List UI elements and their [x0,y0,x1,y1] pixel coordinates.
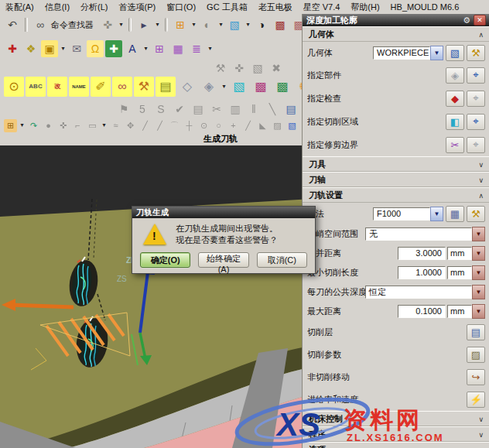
abc-check-icon[interactable]: ABC [26,77,46,97]
dropdown-arrow-icon[interactable]: ▾ [244,16,251,33]
selection-cube-icon[interactable]: ✜ [99,16,116,33]
slash-icon[interactable]: ╱ [241,119,255,132]
always-ok-button[interactable]: 始终确定(A) [198,252,248,268]
chevron-down-icon[interactable]: ∨ [478,416,484,423]
redo-green-icon[interactable]: ↷ [27,119,40,132]
edit-geometry-button[interactable]: ⚒ [467,45,485,61]
arc-icon[interactable]: ⌒ [168,119,181,132]
dropdown-arrow-icon[interactable]: ▾ [221,77,227,97]
view-cube-red-icon[interactable]: ▩ [272,16,289,33]
datum-plane-icon[interactable]: ▸ [135,16,152,33]
new-method-button[interactable]: ▦ [446,206,464,222]
sketch-blob-icon[interactable]: ◐ [199,16,216,33]
select-trim-flashlight-icon[interactable]: ⌖ [467,137,485,153]
dropdown-arrow-icon[interactable]: ▾ [190,16,197,33]
menu-help[interactable]: 帮助(H) [345,2,385,13]
cut-levels-icon[interactable]: ▤ [467,324,485,340]
line-point-icon[interactable]: ╱ [153,119,166,132]
line-icon[interactable]: ╱ [138,119,152,132]
check-five-icon[interactable]: ✔ [171,101,188,118]
purple-lines-icon[interactable]: ≣ [188,40,205,57]
power-icon[interactable]: ⊙ [4,77,24,97]
edit-method-button[interactable]: ⚒ [467,206,485,222]
cancel-button[interactable]: 取消(C) [257,252,307,268]
chevron-down-icon[interactable]: ▼ [472,246,485,261]
five-doc-icon[interactable]: ▤ [190,101,207,118]
section-program[interactable]: 程序 ∨ [303,426,489,442]
gray-tool-2-icon[interactable]: ✜ [231,60,248,77]
close-icon[interactable]: ✕ [474,15,486,26]
shield-icon[interactable]: ✚ [105,40,122,57]
name-tag-icon[interactable]: NAME [69,77,89,97]
method-select[interactable]: F1000 [373,207,430,221]
dropdown-arrow-icon[interactable]: ▾ [118,16,125,33]
chevron-down-icon[interactable]: ▼ [472,227,485,241]
part-geometry-icon[interactable]: ◈ [446,67,464,84]
menu-assembly[interactable]: 装配(A) [0,2,39,13]
menu-xingkong[interactable]: 星空 V7.4 [298,2,346,13]
move-tool-icon[interactable]: ✜ [56,119,70,132]
menu-preferences[interactable]: 首选项(P) [114,2,162,13]
white-diamond-icon[interactable]: ◇ [177,77,197,97]
check-geometry-icon[interactable]: ◆ [446,91,464,107]
chevron-down-icon[interactable]: ▼ [472,265,485,280]
section-machine-control[interactable]: 机床控制 ∨ [303,411,489,426]
menu-information[interactable]: 信息(I) [39,2,75,13]
command-finder-label[interactable]: 命令查找器 [51,19,94,31]
hook-icon[interactable]: ⌐ [71,119,84,132]
section-geometry[interactable]: 几何体 ∧ [303,26,489,42]
rect-dash-icon[interactable]: ▭ [86,119,99,132]
pin-icon[interactable]: ‖ [245,101,262,118]
chevron-down-icon[interactable]: ▼ [472,285,485,299]
dropdown-arrow-icon[interactable]: ▾ [217,16,224,33]
section-path-settings[interactable]: 刀轨设置 ∧ [303,187,489,203]
dropdown-arrow-icon[interactable]: ▾ [19,119,26,132]
shaded-cube-icon[interactable]: ▧ [226,16,243,33]
snap-wave-icon[interactable]: ≈ [109,119,122,132]
five-curve-icon[interactable]: S [152,101,169,118]
non-cutting-moves-icon[interactable]: ↪ [467,369,485,385]
brush-icon[interactable]: ✐ [91,77,111,97]
common-depth-select[interactable]: 恒定 [365,286,472,299]
chevron-up-icon[interactable]: ∧ [478,31,484,39]
treasure-chest-icon[interactable]: ▣ [41,40,58,57]
puzzle-icon[interactable]: ❖ [22,40,39,57]
chevron-down-icon[interactable]: ∨ [478,161,484,169]
gray-tool-1-icon[interactable]: ⚒ [212,60,229,77]
chevron-down-icon[interactable]: ▼ [430,46,443,60]
select-cut-area-flashlight-icon[interactable]: ⌖ [467,114,485,130]
blob-icon[interactable]: ● [42,119,55,132]
gray-tool-3-icon[interactable]: ▧ [249,60,266,77]
hammer-tool-icon[interactable]: ⚒ [134,77,154,97]
trim-boundary-icon[interactable]: ✂ [446,137,464,153]
new-geometry-button[interactable]: ▧ [446,45,464,61]
plus-icon[interactable]: + [227,119,240,132]
max-distance-input[interactable]: 0.1000 [398,305,446,318]
dialog-titlebar[interactable]: 刀轨生成 [132,207,315,218]
pages-icon[interactable]: ▥ [227,101,244,118]
panel-titlebar[interactable]: 深度加工轮廓 ⚙ ✕ [303,14,489,26]
purple-grid-icon[interactable]: ⊞ [151,40,168,57]
wand-icon[interactable]: ╲ [264,101,281,118]
red-green-cube-icon[interactable]: ▩ [272,77,292,97]
circle-dot-icon[interactable]: ⊙ [197,119,210,132]
bell-icon[interactable]: Ω [87,40,104,57]
dropdown-arrow-icon[interactable]: ▾ [142,40,149,57]
corner-icon[interactable]: ◣ [256,119,269,132]
chevron-down-icon[interactable]: ∨ [478,431,484,439]
mail-icon[interactable]: ✉ [68,40,85,57]
rotate-tool-icon[interactable]: ✥ [124,119,137,132]
ok-button[interactable]: 确定(O) [140,252,190,268]
flag-icon[interactable]: ⚑ [115,101,132,118]
chevron-down-icon[interactable]: ▼ [430,207,443,221]
sheet-icon[interactable]: ▨ [271,119,284,132]
dropdown-arrow-icon[interactable]: ▾ [207,40,214,57]
dropdown-arrow-icon[interactable]: ▾ [60,40,67,57]
steep-range-select[interactable]: 无 [365,227,472,241]
white-diamond-2-icon[interactable]: ◈ [199,77,219,97]
goggles-icon[interactable]: ∞ [112,77,132,97]
cross-icon[interactable]: ┼ [183,119,196,132]
spec-doc-icon[interactable]: ▤ [156,77,176,97]
section-tool[interactable]: 刀具 ∨ [303,156,489,172]
geometry-select[interactable]: WORKPIECE [373,46,430,60]
